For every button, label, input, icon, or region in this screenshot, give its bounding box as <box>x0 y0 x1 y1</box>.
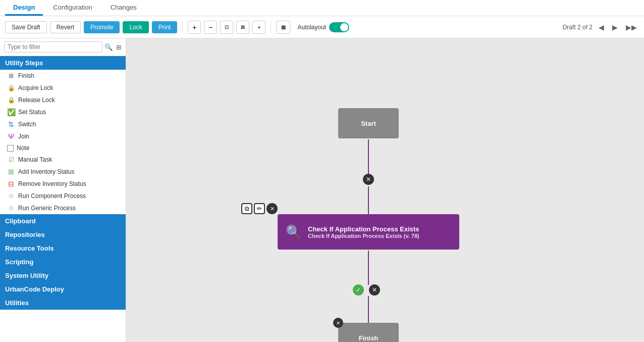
zoom-out-button[interactable]: − <box>204 21 217 34</box>
section-urbancode-deploy[interactable]: UrbanCode Deploy <box>0 282 126 296</box>
section-scripting[interactable]: Scripting <box>0 255 126 269</box>
sidebar-item-run-generic[interactable]: ⊙ Run Generic Process <box>0 202 126 214</box>
section-system-utility[interactable]: System Utility <box>0 269 126 282</box>
join-icon: Ψ <box>7 132 15 140</box>
run-generic-icon: ⊙ <box>7 204 15 212</box>
sidebar: 🔍 ⊞ Utility Steps ⊞ Finish 🔒 Acquire Loc… <box>0 38 126 342</box>
node-finish-label: Finish <box>359 334 378 342</box>
save-draft-button[interactable]: Save Draft <box>5 21 47 33</box>
process-title: Check If Application Process Exists <box>308 225 419 233</box>
node-start[interactable]: Start <box>338 108 399 138</box>
autolayout-label: Autolayout <box>297 24 326 31</box>
item-switch-label: Switch <box>18 121 36 128</box>
release-lock-icon: 🔒 <box>7 96 15 104</box>
note-icon <box>7 145 14 152</box>
print-button[interactable]: Print <box>152 21 178 33</box>
connector-success[interactable]: ✓ <box>353 284 364 296</box>
section-utility-steps[interactable]: Utility Steps <box>0 56 126 70</box>
canvas[interactable]: Start ✕ ⧉ ✏ ✕ 🔍 Check If Application Pro… <box>126 38 644 342</box>
sidebar-search-area: 🔍 ⊞ <box>0 38 126 56</box>
next-draft-button[interactable]: ▶ <box>610 22 620 32</box>
item-note-label: Note <box>17 144 29 152</box>
copy-node-button[interactable]: ⧉ <box>241 203 252 214</box>
zoom-reset-button[interactable]: ⊠ <box>236 21 249 34</box>
node-action-buttons: ⧉ ✏ ✕ <box>241 203 278 214</box>
item-join-label: Join <box>18 133 29 140</box>
tab-design[interactable]: Design <box>5 1 43 16</box>
sidebar-item-finish[interactable]: ⊞ Finish <box>0 70 126 82</box>
zoom-100-button[interactable]: + <box>252 21 265 34</box>
top-tabs: Design Configuration Changes <box>0 0 644 16</box>
toggle-knob <box>340 23 348 31</box>
autolayout-toggle[interactable] <box>329 22 349 32</box>
search-input[interactable] <box>4 41 102 53</box>
node-finish[interactable]: Finish <box>338 323 399 342</box>
sidebar-item-acquire-lock[interactable]: 🔒 Acquire Lock <box>0 82 126 94</box>
toolbar: Save Draft Revert Promote Lock Print + −… <box>0 16 644 38</box>
node-start-label: Start <box>361 120 376 127</box>
item-remove-inventory-label: Remove Inventory Status <box>18 180 86 187</box>
sidebar-item-set-status[interactable]: ✅ Set Status <box>0 106 126 118</box>
manual-task-icon: ☑ <box>7 156 15 164</box>
edit-node-button[interactable]: ✏ <box>254 203 265 214</box>
item-set-status-label: Set Status <box>18 109 46 116</box>
sidebar-item-note[interactable]: Note <box>0 142 126 154</box>
sidebar-item-manual-task[interactable]: ☑ Manual Task <box>0 154 126 166</box>
draft-label: Draft 2 of 2 <box>563 24 593 31</box>
flow-svg <box>126 38 644 342</box>
last-draft-button[interactable]: ▶▶ <box>624 22 639 32</box>
zoom-in-button[interactable]: + <box>188 21 201 34</box>
draft-info: Draft 2 of 2 ◀ ▶ ▶▶ <box>563 22 639 32</box>
sidebar-item-switch[interactable]: ⇅ Switch <box>0 118 126 130</box>
section-clipboard[interactable]: Clipboard <box>0 214 126 228</box>
close-icon: ✕ <box>366 176 371 183</box>
utility-steps-items: ⊞ Finish 🔒 Acquire Lock 🔒 Release Lock ✅… <box>0 70 126 214</box>
sidebar-item-add-inventory[interactable]: ⊞ Add Inventory Status <box>0 166 126 178</box>
expand-button[interactable]: ⊞ <box>116 43 122 51</box>
separator-2 <box>271 21 271 33</box>
section-resource-tools[interactable]: Resource Tools <box>0 241 126 255</box>
connector-close-1[interactable]: ✕ <box>363 174 374 185</box>
item-add-inventory-label: Add Inventory Status <box>18 168 74 175</box>
sidebar-item-join[interactable]: Ψ Join <box>0 130 126 142</box>
layout-toggle-button[interactable]: ▦ <box>276 21 290 34</box>
prev-draft-button[interactable]: ◀ <box>597 22 606 32</box>
sidebar-item-remove-inventory[interactable]: ⊟ Remove Inventory Status <box>0 178 126 190</box>
tab-configuration[interactable]: Configuration <box>45 1 100 16</box>
section-repositories[interactable]: Repositories <box>0 228 126 241</box>
item-release-lock-label: Release Lock <box>18 96 55 104</box>
sidebar-item-run-component[interactable]: ⊙ Run Component Process <box>0 190 126 202</box>
close-icon-2: ✕ <box>372 286 377 294</box>
search-icon: 🔍 <box>104 43 113 51</box>
node-process[interactable]: 🔍 Check If Application Process Exists Ch… <box>278 214 459 250</box>
zoom-fit-button[interactable]: ⊡ <box>220 21 233 34</box>
promote-button[interactable]: Promote <box>84 21 120 33</box>
set-status-icon: ✅ <box>7 108 15 116</box>
separator-1 <box>182 21 183 33</box>
finish-icon: ⊞ <box>7 72 15 80</box>
process-subtitle: Check If Application Process Exists (v. … <box>308 233 419 239</box>
item-run-generic-label: Run Generic Process <box>18 205 76 212</box>
delete-node-button[interactable]: ✕ <box>266 203 278 214</box>
lock-button[interactable]: Lock <box>123 21 148 33</box>
section-utilities[interactable]: Utilities <box>0 296 126 310</box>
process-text: Check If Application Process Exists Chec… <box>308 225 419 239</box>
close-finish-button[interactable]: ✕ <box>333 318 343 328</box>
acquire-lock-icon: 🔒 <box>7 84 15 92</box>
item-finish-label: Finish <box>18 72 34 79</box>
add-inventory-icon: ⊞ <box>7 168 15 176</box>
remove-inventory-icon: ⊟ <box>7 180 15 188</box>
expand-icon: ⊞ <box>116 43 122 51</box>
tab-changes[interactable]: Changes <box>102 1 145 16</box>
run-component-icon: ⊙ <box>7 192 15 200</box>
item-manual-task-label: Manual Task <box>18 156 52 163</box>
main-content: 🔍 ⊞ Utility Steps ⊞ Finish 🔒 Acquire Loc… <box>0 38 644 342</box>
check-icon: ✓ <box>356 286 361 294</box>
connector-close-2[interactable]: ✕ <box>369 284 380 296</box>
search-button[interactable]: 🔍 <box>104 43 113 51</box>
process-node-inner: 🔍 Check If Application Process Exists Ch… <box>278 219 459 245</box>
revert-button[interactable]: Revert <box>50 21 81 33</box>
process-node-icon: 🔍 <box>286 224 302 240</box>
sidebar-item-release-lock[interactable]: 🔒 Release Lock <box>0 94 126 106</box>
sidebar-scroll: Utility Steps ⊞ Finish 🔒 Acquire Lock 🔒 … <box>0 56 126 342</box>
